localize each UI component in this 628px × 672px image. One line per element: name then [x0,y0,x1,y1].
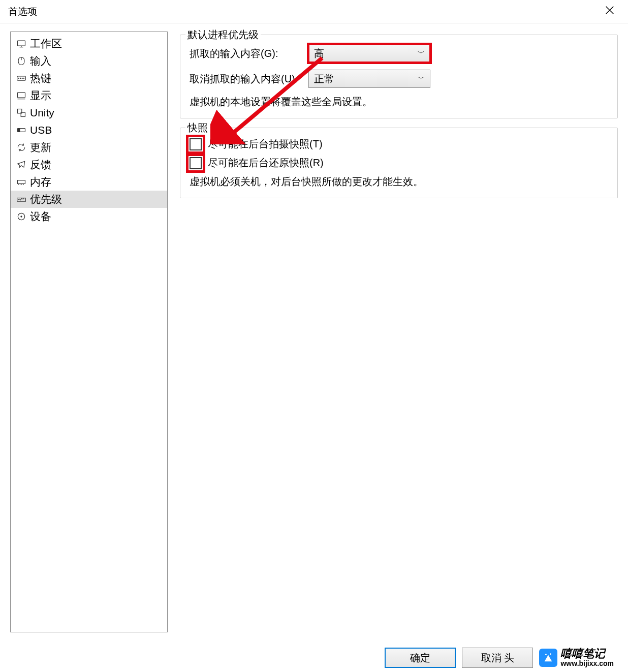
close-button[interactable] [600,5,620,19]
sidebar-item-display[interactable]: 显示 [11,87,167,104]
ok-button[interactable]: 确定 [385,648,456,668]
restore-snapshot-label: 尽可能在后台还原快照(R) [208,156,324,170]
close-icon [604,5,615,16]
ungrabbed-input-value: 正常 [314,72,334,86]
ungrabbed-input-label: 取消抓取的输入内容(U): [190,72,301,86]
chevron-down-icon: ﹀ [418,74,425,83]
svg-rect-11 [18,180,25,184]
input-icon [16,55,27,67]
svg-point-5 [23,78,24,78]
watermark-logo-icon [539,649,557,667]
sidebar-item-usb[interactable]: USB [11,121,167,139]
updates-icon [16,142,27,153]
snapshot-group-title: 快照 [185,121,210,135]
sidebar-item-label: 更新 [30,140,51,155]
grabbed-input-label: 抓取的输入内容(G): [190,47,301,60]
sidebar-item-hotkeys[interactable]: 热键 [11,70,167,87]
watermark-url: www.bijixx.com [560,660,614,667]
sidebar-item-label: 优先级 [30,192,62,207]
svg-point-17 [550,653,552,655]
snapshot-group: 快照 尽可能在后台拍摄快照(T) 尽可能在后台还原快照(R) 虚拟机必须关机，对… [180,128,618,198]
watermark-name: 嘻嘻笔记 [560,648,614,660]
sidebar-item-label: Unity [30,105,54,120]
take-snapshot-checkbox[interactable] [190,138,202,150]
svg-point-14 [20,216,22,217]
watermark: 嘻嘻笔记 www.bijixx.com [539,648,614,668]
chevron-down-icon: ﹀ [418,49,425,58]
hotkeys-icon [16,73,27,84]
cancel-button-label: 取消 [481,651,501,665]
ok-button-label: 确定 [410,651,430,665]
snapshot-note: 虚拟机必须关机，对后台快照所做的更改才能生效。 [190,175,608,189]
cancel-button[interactable]: 取消 头 [462,648,533,668]
svg-rect-6 [18,93,25,98]
dialog-body: 工作区 输入 热键 显示 Unity USB 更新 反馈 [0,23,628,632]
usb-icon [16,125,27,136]
memory-icon [16,176,27,188]
display-icon [16,90,27,101]
sidebar-item-workspace[interactable]: 工作区 [11,35,167,52]
sidebar-item-label: 设备 [30,209,51,224]
sidebar-item-label: 反馈 [30,157,51,172]
svg-point-16 [546,654,547,655]
workspace-icon [16,38,27,49]
take-snapshot-label: 尽可能在后台拍摄快照(T) [208,137,323,151]
content-panel: 默认进程优先级 抓取的输入内容(G): 高 ﹀ 取消抓取的输入内容(U): 正常… [180,32,618,632]
priority-group-title: 默认进程优先级 [185,28,261,42]
sidebar-item-label: 热键 [30,71,51,86]
sidebar-item-unity[interactable]: Unity [11,104,167,121]
footer: 确定 取消 头 嘻嘻笔记 www.bijixx.com [385,648,614,668]
priority-icon [16,194,27,205]
sidebar-item-label: 显示 [30,88,51,103]
grabbed-input-value: 高 [314,47,324,60]
titlebar: 首选项 [0,0,628,23]
feedback-icon [16,159,27,170]
devices-icon [16,211,27,222]
svg-rect-10 [18,129,20,132]
sidebar-item-label: USB [30,123,52,138]
priority-group: 默认进程优先级 抓取的输入内容(G): 高 ﹀ 取消抓取的输入内容(U): 正常… [180,35,618,118]
window-title: 首选项 [8,5,37,18]
sidebar-item-memory[interactable]: 内存 [11,173,167,191]
svg-rect-0 [18,41,25,46]
grabbed-input-dropdown[interactable]: 高 ﹀ [308,44,430,63]
sidebar-item-label: 工作区 [30,36,62,51]
sidebar-item-feedback[interactable]: 反馈 [11,156,167,173]
priority-note: 虚拟机的本地设置将覆盖这些全局设置。 [190,95,608,109]
sidebar-item-updates[interactable]: 更新 [11,139,167,156]
svg-point-4 [22,78,22,78]
svg-point-2 [18,78,19,78]
sidebar-item-input[interactable]: 输入 [11,52,167,70]
cancel-extra-text: 头 [504,651,514,665]
restore-snapshot-checkbox[interactable] [190,157,202,169]
ungrabbed-input-dropdown[interactable]: 正常 ﹀ [308,70,430,88]
sidebar-item-label: 内存 [30,174,51,190]
sidebar-item-devices[interactable]: 设备 [11,208,167,225]
unity-icon [16,107,27,118]
sidebar-item-priority[interactable]: 优先级 [11,191,167,208]
svg-point-3 [20,78,21,78]
sidebar: 工作区 输入 热键 显示 Unity USB 更新 反馈 [10,32,168,632]
sidebar-item-label: 输入 [30,53,51,69]
